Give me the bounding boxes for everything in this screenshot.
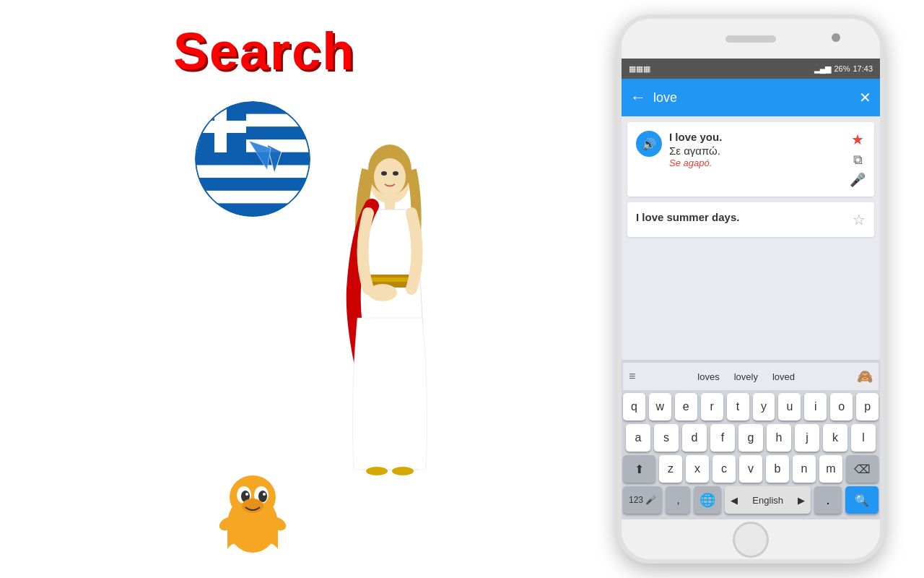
star-button-1[interactable]: ★ — [851, 131, 864, 148]
result-text-2: I love summer days. — [636, 211, 845, 223]
key-k[interactable]: k — [823, 424, 847, 452]
keyboard-row-3: ⬆ z x c v b n m ⌫ — [623, 455, 879, 483]
svg-rect-3 — [195, 101, 310, 114]
search-input[interactable] — [653, 85, 852, 111]
result-transliteration-1: Se agapó. — [669, 158, 842, 168]
result-english-1: I love you. — [669, 131, 842, 143]
svg-point-35 — [263, 493, 266, 496]
key-u[interactable]: u — [778, 393, 801, 420]
key-t[interactable]: t — [727, 393, 749, 420]
spacebar-label: English — [752, 495, 783, 506]
svg-point-25 — [368, 284, 397, 301]
key-w[interactable]: w — [649, 393, 671, 420]
spacebar-arrow-right: ▶ — [798, 495, 805, 506]
result-text-1: I love you. Σε αγαπώ. Se agapó. — [669, 131, 842, 168]
svg-rect-8 — [195, 165, 310, 178]
key-q[interactable]: q — [623, 393, 645, 420]
svg-point-21 — [393, 171, 398, 176]
key-s[interactable]: s — [654, 424, 679, 452]
key-y[interactable]: y — [753, 393, 775, 420]
result-card-2: I love summer days. ☆ — [627, 202, 874, 237]
key-c[interactable]: c — [712, 455, 736, 483]
result-greek-1: Σε αγαπώ. — [669, 144, 842, 157]
keyboard-bottom-row: 123 🎤 , 🌐 ◀ English ▶ . 🔍 — [623, 486, 879, 514]
key-l[interactable]: l — [851, 424, 876, 452]
suggestion-loved[interactable]: loved — [772, 371, 795, 382]
search-results: I love you. Σε αγαπώ. Se agapó. ★ ⧉ 🎤 I … — [622, 116, 880, 360]
phone-screen: ▦▦▦ ▂▄▆ 26% 17:43 ← ✕ I love you. Σε αγα… — [622, 59, 880, 519]
key-m[interactable]: m — [819, 455, 842, 483]
key-123[interactable]: 123 🎤 — [623, 486, 662, 514]
suggestions-list: loves lovely loved — [635, 371, 857, 382]
phone-top-bar — [622, 19, 880, 59]
key-period[interactable]: . — [814, 486, 842, 514]
key-z[interactable]: z — [659, 455, 682, 483]
svg-point-27 — [392, 467, 414, 475]
mascot — [209, 462, 296, 556]
character-illustration — [310, 72, 469, 520]
keyboard-row-2: a s d f g h j k l — [623, 424, 879, 452]
key-i[interactable]: i — [804, 393, 827, 420]
signal-strength: ▂▄▆ — [814, 64, 832, 74]
keyboard: ≡ loves lovely loved 🙈 q w e r t y u i o — [622, 360, 880, 519]
key-f[interactable]: f — [710, 424, 735, 452]
key-a[interactable]: a — [626, 424, 650, 452]
copy-button-1[interactable]: ⧉ — [853, 152, 863, 168]
suggestion-loves[interactable]: loves — [697, 371, 719, 382]
svg-rect-10 — [195, 191, 310, 204]
key-search[interactable]: 🔍 — [845, 486, 879, 514]
svg-rect-22 — [385, 195, 395, 210]
svg-point-26 — [366, 467, 388, 475]
key-d[interactable]: d — [682, 424, 707, 452]
suggestion-menu-icon[interactable]: ≡ — [629, 370, 635, 383]
key-o[interactable]: o — [830, 393, 853, 420]
svg-rect-11 — [195, 204, 310, 217]
svg-point-20 — [381, 171, 387, 176]
key-globe[interactable]: 🌐 — [694, 486, 721, 514]
key-e[interactable]: e — [675, 393, 697, 420]
phone-speaker — [725, 35, 776, 43]
result-icons-1: ★ ⧉ 🎤 — [850, 131, 866, 188]
status-bar: ▦▦▦ ▂▄▆ 26% 17:43 — [622, 59, 880, 79]
spacebar-arrow-left: ◀ — [731, 495, 738, 506]
result-icons-2: ☆ — [853, 211, 866, 228]
key-b[interactable]: b — [766, 455, 789, 483]
svg-rect-9 — [195, 178, 310, 191]
phone-bottom-bar — [622, 519, 880, 559]
key-v[interactable]: v — [739, 455, 762, 483]
battery-percent: 26% — [834, 64, 850, 73]
key-backspace[interactable]: ⌫ — [846, 455, 879, 483]
home-button[interactable] — [733, 522, 769, 558]
key-comma[interactable]: , — [666, 486, 690, 514]
key-r[interactable]: r — [701, 393, 723, 420]
mic-button-1[interactable]: 🎤 — [850, 172, 866, 188]
key-g[interactable]: g — [738, 424, 763, 452]
key-n[interactable]: n — [793, 455, 816, 483]
time-display: 17:43 — [853, 64, 873, 73]
key-h[interactable]: h — [767, 424, 791, 452]
keyboard-row-1: q w e r t y u i o p — [623, 393, 879, 420]
svg-point-19 — [374, 158, 406, 196]
key-shift[interactable]: ⬆ — [623, 455, 655, 483]
back-button[interactable]: ← — [630, 88, 646, 107]
key-x[interactable]: x — [686, 455, 709, 483]
status-left-icons: ▦▦▦ — [629, 64, 650, 74]
app-search-bar: ← ✕ — [622, 79, 880, 116]
result-card-1: I love you. Σε αγαπώ. Se agapó. ★ ⧉ 🎤 — [627, 122, 874, 197]
emoji-button[interactable]: 🙈 — [857, 368, 873, 384]
svg-rect-24 — [367, 277, 413, 282]
star-button-2[interactable]: ☆ — [853, 211, 866, 228]
key-spacebar[interactable]: ◀ English ▶ — [725, 486, 811, 514]
keyboard-suggestions: ≡ loves lovely loved 🙈 — [623, 363, 879, 390]
flag-logo — [195, 101, 310, 217]
phone-mockup: ▦▦▦ ▂▄▆ 26% 17:43 ← ✕ I love you. Σε αγα… — [617, 14, 884, 564]
key-j[interactable]: j — [795, 424, 819, 452]
svg-rect-7 — [195, 152, 310, 165]
result-english-2: I love summer days. — [636, 211, 845, 223]
svg-point-34 — [245, 493, 248, 496]
speaker-button-1[interactable] — [636, 131, 662, 157]
clear-search-button[interactable]: ✕ — [859, 89, 871, 106]
key-p[interactable]: p — [856, 393, 879, 420]
suggestion-lovely[interactable]: lovely — [734, 371, 758, 382]
status-right-info: ▂▄▆ 26% 17:43 — [814, 64, 873, 74]
